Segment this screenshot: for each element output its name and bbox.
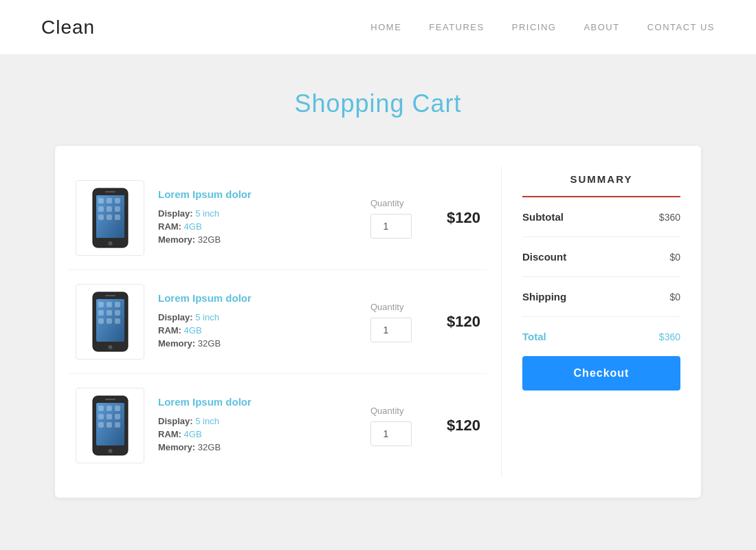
- cart-item: Lorem Ipsum dolor Display: 5 inch RAM: 4…: [69, 166, 487, 270]
- summary-shipping-row: Shipping $0: [522, 291, 680, 302]
- quantity-input[interactable]: [370, 318, 412, 342]
- phone-image: [91, 187, 129, 249]
- header: Clean HOME FEATURES PRICING ABOUT CONTAC…: [0, 0, 756, 55]
- item-quantity-section: Quantity: [370, 406, 412, 446]
- discount-value: $0: [669, 252, 680, 263]
- svg-rect-5: [115, 198, 120, 204]
- svg-rect-10: [107, 214, 112, 220]
- summary-row-divider: [522, 316, 680, 317]
- cart-item: Lorem Ipsum dolor Display: 5 inch RAM: 4…: [69, 374, 487, 477]
- svg-rect-35: [98, 422, 104, 428]
- item-name[interactable]: Lorem Ipsum dolor: [158, 396, 343, 408]
- svg-rect-34: [115, 414, 120, 419]
- quantity-input[interactable]: [370, 421, 412, 446]
- item-spec-ram: RAM: 4GB: [158, 325, 343, 336]
- summary-row-divider: [522, 236, 680, 237]
- summary-title: SUMMARY: [522, 173, 680, 185]
- item-spec-ram: RAM: 4GB: [158, 221, 343, 232]
- nav-features[interactable]: FEATURES: [429, 22, 484, 32]
- item-spec-display: Display: 5 inch: [158, 312, 343, 322]
- quantity-input[interactable]: [370, 214, 412, 239]
- svg-rect-18: [115, 302, 120, 307]
- svg-rect-19: [98, 310, 104, 316]
- svg-rect-7: [107, 206, 112, 212]
- cart-item: Lorem Ipsum dolor Display: 5 inch RAM: 4…: [69, 270, 487, 374]
- summary-divider: [522, 196, 680, 197]
- summary-discount-row: Discount $0: [522, 251, 680, 263]
- item-spec-memory: Memory: 32GB: [158, 442, 343, 452]
- svg-rect-21: [115, 310, 120, 316]
- svg-rect-3: [98, 198, 104, 204]
- item-quantity-section: Quantity: [370, 198, 412, 239]
- nav-pricing[interactable]: PRICING: [512, 22, 557, 32]
- svg-rect-29: [98, 406, 104, 411]
- svg-rect-8: [115, 206, 120, 212]
- svg-point-12: [108, 241, 112, 245]
- quantity-label: Quantity: [370, 302, 403, 312]
- item-name[interactable]: Lorem Ipsum dolor: [158, 292, 343, 304]
- item-quantity-section: Quantity: [370, 302, 412, 342]
- cart-summary: SUMMARY Subtotal $360 Discount $0 Shippi…: [502, 166, 687, 477]
- quantity-label: Quantity: [370, 198, 403, 208]
- svg-rect-23: [107, 318, 112, 324]
- cart-card: Lorem Ipsum dolor Display: 5 inch RAM: 4…: [55, 146, 701, 498]
- svg-point-38: [108, 449, 112, 453]
- item-spec-display: Display: 5 inch: [158, 208, 343, 219]
- item-name[interactable]: Lorem Ipsum dolor: [158, 188, 343, 200]
- subtotal-label: Subtotal: [522, 211, 564, 223]
- svg-rect-31: [115, 406, 120, 411]
- svg-rect-13: [105, 191, 115, 192]
- item-price: $120: [439, 417, 480, 434]
- subtotal-value: $360: [659, 212, 680, 223]
- svg-rect-9: [98, 214, 104, 220]
- svg-rect-16: [98, 302, 104, 307]
- page-title: Shopping Cart: [55, 89, 701, 118]
- item-details: Lorem Ipsum dolor Display: 5 inch RAM: 4…: [158, 292, 343, 351]
- summary-row-divider: [522, 276, 680, 277]
- phone-image: [91, 291, 129, 353]
- item-spec-memory: Memory: 32GB: [158, 338, 343, 349]
- item-spec-memory: Memory: 32GB: [158, 234, 343, 245]
- logo: Clean: [41, 16, 95, 38]
- summary-subtotal-row: Subtotal $360: [522, 211, 680, 223]
- svg-rect-26: [105, 295, 115, 296]
- item-price: $120: [439, 313, 480, 331]
- svg-point-25: [108, 345, 112, 349]
- svg-rect-36: [107, 422, 112, 428]
- shipping-label: Shipping: [522, 291, 566, 302]
- svg-rect-6: [98, 206, 104, 212]
- summary-total-row: Total $360: [522, 331, 680, 342]
- svg-rect-37: [115, 422, 120, 428]
- navigation: HOME FEATURES PRICING ABOUT CONTACT US: [370, 22, 715, 32]
- item-image-wrapper: [76, 180, 144, 256]
- item-price: $120: [439, 209, 480, 227]
- nav-home[interactable]: HOME: [370, 22, 401, 32]
- nav-contact[interactable]: CONTACT US: [647, 22, 715, 32]
- svg-rect-24: [115, 318, 120, 324]
- item-image-wrapper: [76, 388, 144, 463]
- page-content: Shopping Cart: [0, 55, 756, 532]
- svg-rect-22: [98, 318, 104, 324]
- checkout-button[interactable]: Checkout: [522, 356, 680, 390]
- phone-image: [91, 395, 129, 456]
- svg-rect-32: [98, 414, 104, 419]
- svg-rect-30: [107, 406, 112, 411]
- item-details: Lorem Ipsum dolor Display: 5 inch RAM: 4…: [158, 188, 343, 248]
- item-spec-ram: RAM: 4GB: [158, 429, 343, 439]
- total-label: Total: [522, 331, 546, 342]
- svg-rect-17: [107, 302, 112, 307]
- quantity-label: Quantity: [370, 406, 403, 416]
- total-value: $360: [659, 331, 680, 342]
- svg-rect-20: [107, 310, 112, 316]
- item-spec-display: Display: 5 inch: [158, 416, 343, 426]
- svg-rect-33: [107, 414, 112, 419]
- nav-about[interactable]: ABOUT: [583, 22, 619, 32]
- discount-label: Discount: [522, 251, 566, 263]
- item-details: Lorem Ipsum dolor Display: 5 inch RAM: 4…: [158, 396, 343, 455]
- item-image-wrapper: [76, 284, 144, 360]
- shipping-value: $0: [669, 292, 680, 302]
- svg-rect-39: [105, 399, 115, 400]
- cart-items: Lorem Ipsum dolor Display: 5 inch RAM: 4…: [69, 166, 502, 477]
- svg-rect-4: [107, 198, 112, 204]
- svg-rect-11: [115, 214, 120, 220]
